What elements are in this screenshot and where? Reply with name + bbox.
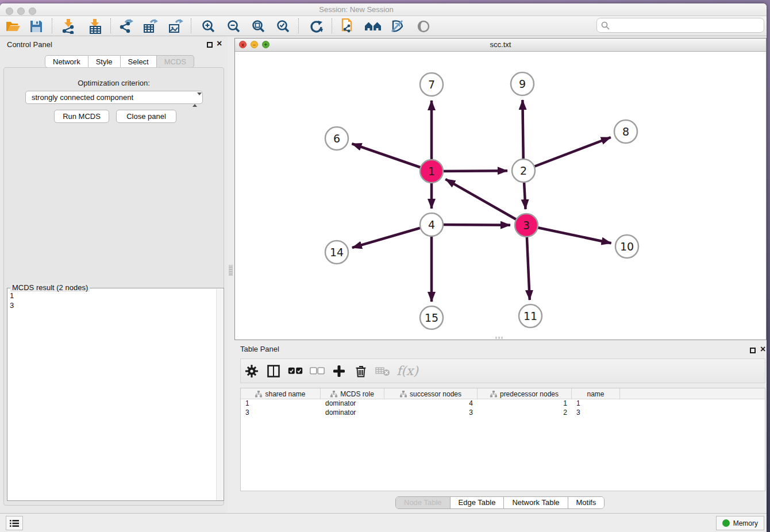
table-cell[interactable]: dominator [321,408,384,418]
column-header-name[interactable]: name [572,388,620,399]
import-network-button[interactable] [57,17,79,35]
zoom-selected-button[interactable] [272,17,294,35]
table-options-gear-icon[interactable] [241,361,263,381]
column-header-shared-name[interactable]: shared name [241,388,321,399]
column-header-MCDS-role[interactable]: MCDS role [321,388,384,399]
table-cell[interactable]: dominator [321,399,384,408]
graph-node-label-3: 3 [523,219,530,232]
column-header-label: shared name [265,390,305,398]
network-graph[interactable]: 7968124314101511 [235,52,766,340]
duplicate-network-button[interactable] [337,17,359,35]
tab-node-table[interactable]: Node Table [396,497,450,509]
export-network-button[interactable] [115,17,137,35]
memory-label: Memory [733,519,758,527]
search-input[interactable] [612,21,764,30]
table-cell[interactable]: 1 [572,399,620,408]
graph-node-label-14: 14 [330,246,344,259]
control-panel-tabs: Network Style Select MCDS [45,55,194,68]
graph-edge-3-10[interactable] [526,225,611,243]
graph-node-label-15: 15 [425,311,438,324]
criterion-value: strongly connected component [32,93,133,102]
column-header-predecessor-nodes[interactable]: predecessor nodes [478,388,572,399]
result-scrollbar[interactable] [216,289,223,500]
zoom-fit-button[interactable] [248,17,270,35]
close-panel-icon[interactable]: × [217,38,222,49]
tab-select[interactable]: Select [121,55,157,68]
float-table-panel-icon[interactable] [750,348,756,353]
table-cell[interactable]: 4 [384,399,478,408]
main-toolbar [0,16,767,36]
table-cell[interactable]: 1 [241,399,321,408]
graph-node-label-10: 10 [620,240,634,253]
network-view-window: x – + scc.txt 7968124314101511 [234,38,767,340]
hide-graphics-details-button[interactable] [387,17,409,35]
table-cell[interactable]: 3 [572,408,620,418]
graph-node-label-9: 9 [519,78,526,90]
graph-edge-3-1[interactable] [445,179,526,225]
table-toolbar: f(x) [240,358,765,383]
zoom-out-button[interactable] [223,17,245,35]
show-eye-button[interactable] [413,17,434,35]
tab-network-table[interactable]: Network Table [503,497,567,509]
run-mcds-button[interactable]: Run MCDS [54,110,109,123]
export-image-button[interactable] [165,17,187,35]
close-table-panel-icon[interactable]: × [760,344,765,354]
hierarchy-icon [490,391,497,398]
float-panel-icon[interactable] [207,42,213,48]
chevron-updown-icon [192,94,198,102]
node-table: shared nameMCDS rolesuccessor nodesprede… [240,388,765,491]
tab-edge-table[interactable]: Edge Table [450,497,504,509]
close-panel-button[interactable]: Close panel [116,110,176,123]
table-cell[interactable]: 2 [478,408,572,418]
table-cell[interactable]: 3 [241,408,321,418]
column-header-label: predecessor nodes [500,390,559,398]
network-window-titlebar: x – + scc.txt [235,38,766,52]
save-session-button[interactable] [25,17,47,35]
graph-edge-2-8[interactable] [523,137,611,171]
status-bar: Memory [0,513,767,532]
create-column-plus-icon[interactable] [328,361,350,381]
refresh-layout-button[interactable] [305,17,327,35]
column-header-successor-nodes[interactable]: successor nodes [384,388,478,399]
table-cell[interactable]: 1 [478,399,572,408]
first-neighbors-button[interactable] [362,17,384,35]
table-row[interactable]: 1dominator411 [241,399,765,408]
mcds-result-text[interactable]: 1 3 [10,291,14,310]
task-history-button[interactable] [6,516,23,530]
memory-button[interactable]: Memory [716,516,764,530]
zoom-in-button[interactable] [198,17,220,35]
import-table-button[interactable] [84,17,106,35]
delete-column-trash-icon[interactable] [350,361,372,381]
tab-motifs[interactable]: Motifs [568,497,605,509]
network-canvas[interactable]: 7968124314101511 [235,52,766,340]
mcds-result-box: MCDS result (2 nodes) 1 3 [7,288,224,501]
table-cell[interactable]: 3 [384,408,478,418]
select-all-columns-icon[interactable] [284,361,306,381]
column-visibility-icon[interactable] [263,361,284,381]
column-header-label: name [587,390,604,398]
hierarchy-icon [255,391,262,398]
tab-style[interactable]: Style [88,55,121,68]
graph-node-label-6: 6 [333,132,340,145]
table-panel-title: Table Panel [240,345,279,353]
control-panel-title: Control Panel [7,40,52,49]
session-title: Session: New Session [0,5,713,14]
tab-network[interactable]: Network [45,55,88,68]
criterion-dropdown[interactable]: strongly connected component [25,91,203,104]
table-row[interactable]: 3dominator323 [241,408,765,418]
graph-node-label-8: 8 [622,125,629,138]
tab-mcds[interactable]: MCDS [157,55,194,68]
graph-edge-1-6[interactable] [352,144,432,171]
network-resize-grip[interactable] [495,337,503,339]
function-builder-fx-icon: f(x) [394,361,421,381]
vertical-splitter[interactable] [228,36,234,513]
deselect-all-columns-icon[interactable] [306,361,328,381]
export-table-button[interactable] [140,17,161,35]
search-icon [601,21,610,30]
graph-node-label-2: 2 [520,164,527,177]
open-session-button[interactable] [2,17,24,35]
splitter-grip[interactable] [229,265,233,276]
hierarchy-icon [400,391,407,398]
graph-node-label-7: 7 [428,78,435,91]
graph-edge-4-14[interactable] [352,225,432,248]
